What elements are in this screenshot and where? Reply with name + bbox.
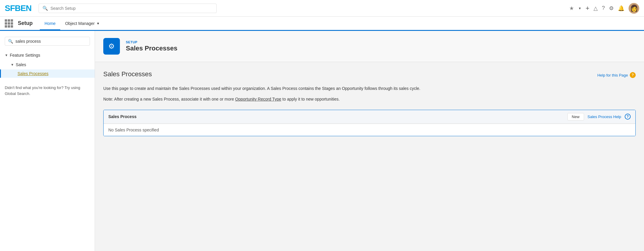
page-header: ⚙ SETUP Sales Processes <box>95 31 644 62</box>
page-header-title: Sales Processes <box>126 45 177 52</box>
logo-text: SFBEN <box>5 4 31 13</box>
object-manager-dropdown-icon: ▼ <box>96 22 100 25</box>
gear-large-icon: ⚙ <box>108 42 115 50</box>
gear-icon[interactable]: ⚙ <box>609 5 614 12</box>
page-header-text: SETUP Sales Processes <box>126 40 177 52</box>
user-avatar[interactable]: 👩 <box>629 3 639 14</box>
nav-icons-group: ★ ▼ + △ ? ⚙ 🔔 👩 <box>569 3 639 14</box>
favorites-dropdown-icon[interactable]: ▼ <box>578 7 581 10</box>
search-icon: 🔍 <box>42 6 48 11</box>
sidebar-feature-settings-section: ▼ Feature Settings ▼ Sales Sales Process… <box>0 50 95 78</box>
sidebar-active-item-sales-processes[interactable]: Sales Processes <box>0 69 95 78</box>
sidebar-search-bar[interactable]: 🔍 <box>5 37 90 46</box>
sales-label: Sales <box>16 62 26 67</box>
help-for-this-page-link[interactable]: Help for this Page <box>597 73 628 77</box>
table-help-circle-icon[interactable]: ? <box>625 114 631 120</box>
tab-object-manager[interactable]: Object Manager ▼ <box>60 18 104 30</box>
help-circle-icon[interactable]: ? <box>630 72 636 78</box>
main-layout: 🔍 ▼ Feature Settings ▼ Sales Sales Proce… <box>0 31 644 251</box>
page-icon: ⚙ <box>103 38 120 55</box>
tab-home[interactable]: Home <box>40 18 60 30</box>
secondary-navigation: Setup Home Object Manager ▼ <box>0 17 644 31</box>
top-navigation: SFBEN 🔍 ★ ▼ + △ ? ⚙ 🔔 👩 <box>0 0 644 17</box>
bell-icon[interactable]: 🔔 <box>618 5 624 12</box>
trailhead-icon[interactable]: △ <box>594 5 598 12</box>
help-link-row: Help for this Page ? <box>597 72 636 78</box>
content-body: Sales Processes Help for this Page ? Use… <box>95 62 644 144</box>
sidebar-help-text: Didn't find what you're looking for? Try… <box>0 78 95 99</box>
main-content: ⚙ SETUP Sales Processes Sales Processes … <box>95 31 644 251</box>
chevron-down-icon-sales: ▼ <box>11 63 14 66</box>
table-header: Sales Process New Sales Process Help ? <box>104 110 635 124</box>
chevron-down-icon: ▼ <box>5 53 8 57</box>
content-page-title: Sales Processes <box>103 70 152 78</box>
new-button[interactable]: New <box>567 113 584 120</box>
feature-settings-label: Feature Settings <box>10 53 40 58</box>
table-row: No Sales Process specified <box>104 124 635 136</box>
add-icon[interactable]: + <box>586 4 589 12</box>
app-launcher-icon[interactable] <box>5 19 13 28</box>
help-icon[interactable]: ? <box>602 5 605 11</box>
sidebar-item-feature-settings[interactable]: ▼ Feature Settings <box>0 50 95 60</box>
global-search-bar[interactable]: 🔍 <box>39 4 217 13</box>
table-header-title: Sales Process <box>108 114 564 119</box>
favorites-star-icon[interactable]: ★ <box>569 5 574 12</box>
sidebar-item-sales[interactable]: ▼ Sales <box>0 60 95 69</box>
search-input[interactable] <box>50 6 213 11</box>
opportunity-record-type-link[interactable]: Opportunity Record Type <box>235 97 281 101</box>
app-logo: SFBEN <box>5 4 31 13</box>
sales-processes-link[interactable]: Sales Processes <box>18 71 48 76</box>
description-text: Use this page to create and maintain the… <box>103 85 636 92</box>
setup-breadcrumb-label: SETUP <box>126 40 177 44</box>
sidebar-search-icon: 🔍 <box>8 39 13 44</box>
setup-label: Setup <box>18 20 33 26</box>
sidebar-search-input[interactable] <box>15 39 87 44</box>
sales-process-table: Sales Process New Sales Process Help ? N… <box>103 110 636 136</box>
sales-process-help-link[interactable]: Sales Process Help <box>588 115 621 119</box>
note-text: Note: After creating a new Sales Process… <box>103 96 636 102</box>
sidebar: 🔍 ▼ Feature Settings ▼ Sales Sales Proce… <box>0 31 95 251</box>
